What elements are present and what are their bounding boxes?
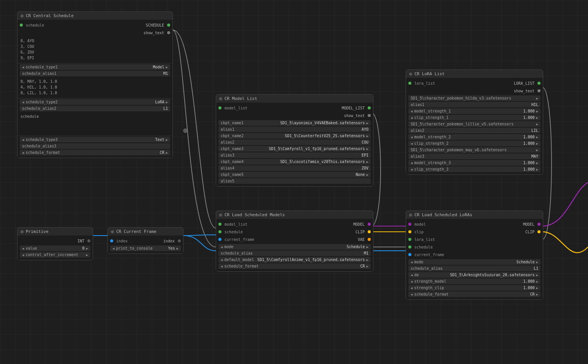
field-lora-alias3[interactable]: alias3 MAY (408, 154, 541, 159)
show-text-label: show_text (144, 31, 164, 35)
field-label-ckpt4: ckpt_name4 (221, 160, 280, 164)
field-label-schedule-format: schedule_format (25, 150, 160, 155)
field-mode-load[interactable]: ◀ mode Schedule ▶ (218, 244, 371, 250)
port-lora-list-in[interactable] (408, 82, 411, 85)
field-schedule-format-lora[interactable]: ◀ schedule_format CR ▶ (408, 291, 541, 297)
field-schedule-alias-load[interactable]: schedule_alias M1 (218, 250, 371, 256)
output-int: INT (77, 239, 84, 243)
field-ckpt-name5[interactable]: ckpt_name5 None ▶ (218, 172, 371, 177)
field-control-after[interactable]: ◀ control_after_increment ▶ (20, 252, 90, 258)
port-model-list-in-load[interactable] (218, 223, 221, 226)
field-ckpt-name4[interactable]: ckpt_name4 SD1_5\cocotifamix_v20This.saf… (218, 159, 371, 165)
field-schedule-alias3[interactable]: schedule_alias3 (20, 143, 170, 149)
field-alias4[interactable]: alias4 ZOV (218, 165, 371, 171)
port-schedule-in-load[interactable] (218, 230, 221, 233)
port-schedule-out[interactable] (167, 24, 170, 27)
field-schedule-format-load[interactable]: ◀ schedule_format CR ▶ (218, 263, 371, 269)
node-cr-central-schedule: CR Central Schedule schedule SCHEDULE sh… (17, 11, 173, 158)
field-alias1[interactable]: alias1 AYO (218, 127, 371, 132)
port-clip-out[interactable] (368, 230, 371, 233)
field-value-schedule-type1: Model (153, 65, 164, 69)
output-model-lora: MODEL (523, 222, 534, 226)
node-title-load-loras: CR Load Scheduled LoRAs (414, 212, 540, 217)
port-clip-in-lora[interactable] (408, 230, 411, 233)
field-ckpt-name3[interactable]: ckpt_name3 SD1_5\Comfyroll_v1_fp16_prune… (218, 146, 371, 152)
port-int-out[interactable] (87, 239, 90, 242)
field-value-primitive[interactable]: ◀ value 0 ▶ (20, 245, 90, 251)
port-clip-out-lora[interactable] (537, 230, 541, 233)
port-model-out[interactable] (368, 223, 371, 226)
port-model-in-lora[interactable] (408, 223, 411, 226)
field-value-ms1: 1.000 (523, 109, 534, 113)
node-header-load-loras: CR Load Scheduled LoRAs (406, 211, 543, 219)
field-label-lora-alias2: alias2 (411, 128, 531, 133)
field-schedule-alias-lora[interactable]: schedule_alias L1 (408, 266, 541, 271)
port-lora-list-in-lora[interactable] (408, 238, 411, 241)
arrow-right-ms2: ▶ (536, 135, 538, 139)
field-value-ms3: 1.000 (523, 161, 534, 165)
field-strength-model-lora[interactable]: ◀ strength_model 1.000 ▶ (408, 279, 541, 284)
field-value-schedule-format: CR (160, 150, 164, 155)
field-label-strength-model: strength_model (414, 279, 523, 283)
field-schedule-format[interactable]: ◀ schedule_format CR ▶ (20, 150, 170, 155)
port-schedule-in-lora[interactable] (408, 245, 411, 248)
field-lora-alias1[interactable]: alias1 HIL (408, 102, 541, 108)
port-index-out[interactable] (178, 239, 181, 242)
field-schedule-type1[interactable]: ◀ schedule_type1 Model ▶ (20, 64, 170, 70)
port-schedule-in[interactable] (20, 24, 23, 27)
field-model-strength-3[interactable]: ◀ model_strength_3 1.000 ▶ (408, 160, 541, 166)
field-model-strength-1[interactable]: ◀ model_strength_1 1.000 ▶ (408, 108, 541, 114)
label-current-frame: current_frame (224, 237, 356, 242)
node-body-model-list: model_list MODEL_LIST show_text ckpt_nam… (216, 103, 373, 186)
field-lora2[interactable]: SD1_5\character_pokemon_lillie_v5.safete… (408, 121, 541, 127)
port-vae-out[interactable] (368, 238, 371, 241)
field-schedule-alias1[interactable]: schedule_alias1 M1 (20, 71, 170, 76)
field-schedule-type2[interactable]: ◀ schedule_type2 LoRA ▶ (20, 99, 170, 105)
port-frame-in-load[interactable] (218, 238, 221, 241)
schedule-in-row-lora: schedule (406, 243, 543, 251)
field-alias3[interactable]: alias3 EPI (218, 152, 371, 158)
port-index-in[interactable] (110, 239, 113, 242)
model-in-row-lora: model MODEL (406, 220, 543, 228)
field-label-lora-alias3: alias3 (411, 154, 531, 158)
field-alias2[interactable]: alias2 COU (218, 139, 371, 145)
port-model-list-in[interactable] (218, 106, 221, 109)
field-alias5[interactable]: alias5 (218, 178, 371, 184)
field-value-alias3: EPI (362, 153, 368, 157)
arrow-right-cs2: ▶ (536, 142, 538, 146)
field-value-lora-alias2: LIL (531, 128, 538, 133)
label-lora-list-in-lora: lora_list (414, 237, 541, 242)
port-show-text-model[interactable] (368, 114, 371, 117)
field-default-lora[interactable]: ◀ de SD1_5\ArknightsSuzuran_20.safetenso… (408, 272, 541, 278)
field-lora1[interactable]: SD1_5\character_pokemon_hilda_v3.safeten… (408, 95, 541, 101)
field-ckpt-name1[interactable]: ckpt_name1 SD1_5\ayonimix_V4VAEBaked.saf… (218, 120, 371, 126)
field-label-ms3: model_strength_3 (414, 161, 523, 165)
arrow-left-sfl: ◀ (411, 293, 413, 296)
field-clip-strength-2[interactable]: ◀ clip_strength_2 1.000 ▶ (408, 141, 541, 146)
field-value-ckpt1: SD1_5\ayonimix_V4VAEBaked.safetensors (280, 121, 365, 125)
separator-3 (17, 136, 172, 136)
node-header-load-models: CR Load Scheduled Models (216, 211, 373, 219)
field-label-lora3: SD1_5\character_pokemon_may_v6.safetenso… (411, 148, 535, 152)
port-frame-in-lora[interactable] (408, 253, 411, 256)
field-lora-alias2[interactable]: alias2 LIL (408, 128, 541, 133)
port-lora-list-out[interactable] (537, 82, 541, 85)
field-schedule-type3[interactable]: ◀ schedule_type3 Text ▶ (20, 137, 170, 142)
field-clip-strength-1[interactable]: ◀ clip_strength_1 1.000 ▶ (408, 115, 541, 120)
field-print-to-console[interactable]: ◀ print_to_console Yes ▶ (110, 245, 181, 251)
field-ckpt-name2[interactable]: ckpt_name2 SD1_5\CounterfeitV25_25.safet… (218, 133, 371, 139)
port-model-out-lora[interactable] (537, 223, 541, 226)
field-schedule-alias2[interactable]: schedule_alias2 L1 (20, 106, 170, 111)
field-default-model-load[interactable]: ◀ default_model SD1_5\ComfyrollAnime_v1_… (218, 257, 371, 263)
port-show-text-lora[interactable] (537, 89, 541, 92)
field-model-strength-2[interactable]: ◀ model_strength_2 1.000 ▶ (408, 134, 541, 140)
field-lora3[interactable]: SD1_5\character_pokemon_may_v6.safetenso… (408, 147, 541, 153)
field-strength-clip-lora[interactable]: ◀ strength_clip 1.000 ▶ (408, 285, 541, 291)
port-show-text-out[interactable] (167, 31, 170, 34)
field-clip-strength-3[interactable]: ◀ clip_strength_3 1.000 ▶ (408, 166, 541, 172)
port-model-list-out[interactable] (368, 106, 371, 109)
arrow-right-dm: ▶ (367, 258, 368, 262)
lora-list-in-row-lora: lora_list (406, 236, 543, 243)
field-label-mode-load: mode (224, 245, 346, 249)
field-mode-lora[interactable]: ◀ mode Schedule ▶ (408, 259, 541, 265)
